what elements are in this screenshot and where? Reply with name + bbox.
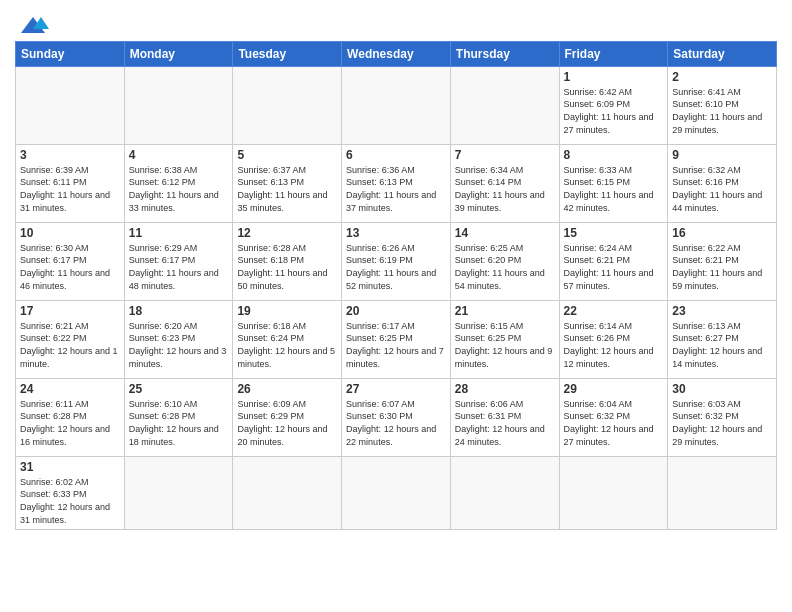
day-info: Sunrise: 6:26 AMSunset: 6:19 PMDaylight:…	[346, 242, 446, 292]
calendar-cell: 5Sunrise: 6:37 AMSunset: 6:13 PMDaylight…	[233, 144, 342, 222]
day-info: Sunrise: 6:21 AMSunset: 6:22 PMDaylight:…	[20, 320, 120, 370]
calendar-cell: 3Sunrise: 6:39 AMSunset: 6:11 PMDaylight…	[16, 144, 125, 222]
day-info: Sunrise: 6:32 AMSunset: 6:16 PMDaylight:…	[672, 164, 772, 214]
day-number: 1	[564, 70, 664, 84]
calendar-cell	[16, 66, 125, 144]
calendar-cell: 13Sunrise: 6:26 AMSunset: 6:19 PMDayligh…	[342, 222, 451, 300]
day-number: 13	[346, 226, 446, 240]
calendar-cell	[233, 456, 342, 529]
day-info: Sunrise: 6:04 AMSunset: 6:32 PMDaylight:…	[564, 398, 664, 448]
day-info: Sunrise: 6:38 AMSunset: 6:12 PMDaylight:…	[129, 164, 229, 214]
calendar-cell	[450, 66, 559, 144]
calendar-row: 17Sunrise: 6:21 AMSunset: 6:22 PMDayligh…	[16, 300, 777, 378]
header	[15, 10, 777, 35]
calendar-cell: 6Sunrise: 6:36 AMSunset: 6:13 PMDaylight…	[342, 144, 451, 222]
calendar-cell: 22Sunrise: 6:14 AMSunset: 6:26 PMDayligh…	[559, 300, 668, 378]
day-number: 19	[237, 304, 337, 318]
day-number: 26	[237, 382, 337, 396]
day-info: Sunrise: 6:03 AMSunset: 6:32 PMDaylight:…	[672, 398, 772, 448]
calendar-cell: 7Sunrise: 6:34 AMSunset: 6:14 PMDaylight…	[450, 144, 559, 222]
day-number: 25	[129, 382, 229, 396]
day-info: Sunrise: 6:29 AMSunset: 6:17 PMDaylight:…	[129, 242, 229, 292]
day-info: Sunrise: 6:10 AMSunset: 6:28 PMDaylight:…	[129, 398, 229, 448]
day-info: Sunrise: 6:36 AMSunset: 6:13 PMDaylight:…	[346, 164, 446, 214]
day-info: Sunrise: 6:25 AMSunset: 6:20 PMDaylight:…	[455, 242, 555, 292]
day-info: Sunrise: 6:37 AMSunset: 6:13 PMDaylight:…	[237, 164, 337, 214]
calendar-cell: 14Sunrise: 6:25 AMSunset: 6:20 PMDayligh…	[450, 222, 559, 300]
weekday-header-thursday: Thursday	[450, 41, 559, 66]
day-number: 6	[346, 148, 446, 162]
calendar-cell: 31Sunrise: 6:02 AMSunset: 6:33 PMDayligh…	[16, 456, 125, 529]
day-number: 18	[129, 304, 229, 318]
day-number: 17	[20, 304, 120, 318]
calendar-cell: 21Sunrise: 6:15 AMSunset: 6:25 PMDayligh…	[450, 300, 559, 378]
calendar-cell: 2Sunrise: 6:41 AMSunset: 6:10 PMDaylight…	[668, 66, 777, 144]
day-number: 24	[20, 382, 120, 396]
calendar-cell: 16Sunrise: 6:22 AMSunset: 6:21 PMDayligh…	[668, 222, 777, 300]
calendar-cell: 27Sunrise: 6:07 AMSunset: 6:30 PMDayligh…	[342, 378, 451, 456]
calendar-cell: 24Sunrise: 6:11 AMSunset: 6:28 PMDayligh…	[16, 378, 125, 456]
day-number: 20	[346, 304, 446, 318]
day-number: 9	[672, 148, 772, 162]
calendar-cell: 9Sunrise: 6:32 AMSunset: 6:16 PMDaylight…	[668, 144, 777, 222]
calendar-row: 31Sunrise: 6:02 AMSunset: 6:33 PMDayligh…	[16, 456, 777, 529]
day-number: 16	[672, 226, 772, 240]
calendar-table: SundayMondayTuesdayWednesdayThursdayFrid…	[15, 41, 777, 530]
day-number: 2	[672, 70, 772, 84]
day-number: 27	[346, 382, 446, 396]
weekday-header-monday: Monday	[124, 41, 233, 66]
calendar-cell: 8Sunrise: 6:33 AMSunset: 6:15 PMDaylight…	[559, 144, 668, 222]
day-info: Sunrise: 6:06 AMSunset: 6:31 PMDaylight:…	[455, 398, 555, 448]
weekday-header-tuesday: Tuesday	[233, 41, 342, 66]
calendar-cell	[559, 456, 668, 529]
day-number: 4	[129, 148, 229, 162]
day-info: Sunrise: 6:30 AMSunset: 6:17 PMDaylight:…	[20, 242, 120, 292]
day-number: 10	[20, 226, 120, 240]
calendar-cell: 10Sunrise: 6:30 AMSunset: 6:17 PMDayligh…	[16, 222, 125, 300]
day-info: Sunrise: 6:18 AMSunset: 6:24 PMDaylight:…	[237, 320, 337, 370]
calendar-cell: 18Sunrise: 6:20 AMSunset: 6:23 PMDayligh…	[124, 300, 233, 378]
calendar-cell: 28Sunrise: 6:06 AMSunset: 6:31 PMDayligh…	[450, 378, 559, 456]
day-info: Sunrise: 6:13 AMSunset: 6:27 PMDaylight:…	[672, 320, 772, 370]
day-info: Sunrise: 6:24 AMSunset: 6:21 PMDaylight:…	[564, 242, 664, 292]
weekday-header-wednesday: Wednesday	[342, 41, 451, 66]
weekday-header-friday: Friday	[559, 41, 668, 66]
weekday-header-sunday: Sunday	[16, 41, 125, 66]
weekday-header-row: SundayMondayTuesdayWednesdayThursdayFrid…	[16, 41, 777, 66]
page: SundayMondayTuesdayWednesdayThursdayFrid…	[0, 0, 792, 612]
day-number: 7	[455, 148, 555, 162]
day-info: Sunrise: 6:42 AMSunset: 6:09 PMDaylight:…	[564, 86, 664, 136]
day-info: Sunrise: 6:02 AMSunset: 6:33 PMDaylight:…	[20, 476, 120, 526]
day-info: Sunrise: 6:39 AMSunset: 6:11 PMDaylight:…	[20, 164, 120, 214]
day-info: Sunrise: 6:09 AMSunset: 6:29 PMDaylight:…	[237, 398, 337, 448]
calendar-cell	[124, 66, 233, 144]
weekday-header-saturday: Saturday	[668, 41, 777, 66]
day-info: Sunrise: 6:07 AMSunset: 6:30 PMDaylight:…	[346, 398, 446, 448]
calendar-cell	[450, 456, 559, 529]
calendar-cell	[342, 456, 451, 529]
calendar-cell: 1Sunrise: 6:42 AMSunset: 6:09 PMDaylight…	[559, 66, 668, 144]
day-number: 30	[672, 382, 772, 396]
day-number: 14	[455, 226, 555, 240]
day-number: 22	[564, 304, 664, 318]
day-info: Sunrise: 6:34 AMSunset: 6:14 PMDaylight:…	[455, 164, 555, 214]
day-info: Sunrise: 6:33 AMSunset: 6:15 PMDaylight:…	[564, 164, 664, 214]
calendar-cell: 26Sunrise: 6:09 AMSunset: 6:29 PMDayligh…	[233, 378, 342, 456]
calendar-cell: 11Sunrise: 6:29 AMSunset: 6:17 PMDayligh…	[124, 222, 233, 300]
day-number: 3	[20, 148, 120, 162]
day-info: Sunrise: 6:17 AMSunset: 6:25 PMDaylight:…	[346, 320, 446, 370]
calendar-cell	[342, 66, 451, 144]
calendar-row: 10Sunrise: 6:30 AMSunset: 6:17 PMDayligh…	[16, 222, 777, 300]
logo-text	[15, 14, 49, 35]
day-number: 21	[455, 304, 555, 318]
calendar-cell: 17Sunrise: 6:21 AMSunset: 6:22 PMDayligh…	[16, 300, 125, 378]
calendar-cell: 30Sunrise: 6:03 AMSunset: 6:32 PMDayligh…	[668, 378, 777, 456]
day-number: 12	[237, 226, 337, 240]
day-info: Sunrise: 6:22 AMSunset: 6:21 PMDaylight:…	[672, 242, 772, 292]
calendar-row: 24Sunrise: 6:11 AMSunset: 6:28 PMDayligh…	[16, 378, 777, 456]
calendar-cell: 25Sunrise: 6:10 AMSunset: 6:28 PMDayligh…	[124, 378, 233, 456]
day-info: Sunrise: 6:28 AMSunset: 6:18 PMDaylight:…	[237, 242, 337, 292]
day-info: Sunrise: 6:14 AMSunset: 6:26 PMDaylight:…	[564, 320, 664, 370]
day-number: 28	[455, 382, 555, 396]
calendar-cell	[668, 456, 777, 529]
